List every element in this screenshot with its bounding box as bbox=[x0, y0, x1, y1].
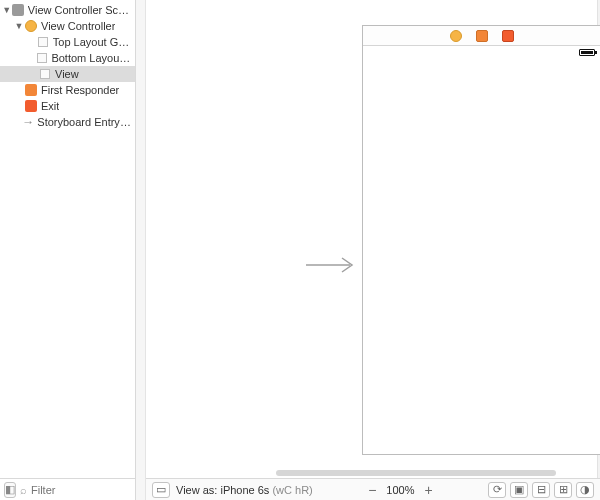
view-icon bbox=[38, 67, 52, 81]
resolve-issues-button[interactable]: ◑ bbox=[576, 482, 594, 498]
toggle-outline-button[interactable]: ▭ bbox=[152, 482, 170, 498]
view-controller-label: View Controller bbox=[41, 20, 115, 32]
filter-mode-button[interactable]: ◧ bbox=[4, 482, 16, 498]
scene-dock bbox=[363, 26, 600, 46]
zoom-out-button[interactable]: − bbox=[368, 482, 376, 498]
exit-label: Exit bbox=[41, 100, 59, 112]
battery-icon bbox=[579, 49, 595, 56]
bottom-layout-row[interactable]: Bottom Layout G… bbox=[0, 50, 135, 66]
horizontal-scrollbar[interactable] bbox=[276, 470, 556, 476]
zoom-control: − 100% + bbox=[368, 482, 433, 498]
view-as-device: iPhone 6s bbox=[220, 484, 269, 496]
disclosure-triangle-icon[interactable]: ▼ bbox=[2, 5, 12, 15]
view-row[interactable]: View bbox=[0, 66, 135, 82]
outline-tree: ▼ View Controller Scene ▼ View Controlle… bbox=[0, 0, 135, 478]
canvas-pane[interactable]: ▭ View as: iPhone 6s (wC hR) − 100% + ⟳ … bbox=[136, 0, 600, 500]
entry-point-arrow-icon bbox=[306, 255, 356, 275]
first-responder-label: First Responder bbox=[41, 84, 119, 96]
dock-view-controller-icon[interactable] bbox=[450, 30, 462, 42]
view-label: View bbox=[55, 68, 79, 80]
view-as-label: View as: bbox=[176, 484, 217, 496]
view-controller-icon bbox=[24, 19, 38, 33]
scene-row[interactable]: ▼ View Controller Scene bbox=[0, 2, 135, 18]
filter-bar: ◧ ⌕ bbox=[0, 478, 135, 500]
view-as-traits: (wC hR) bbox=[272, 484, 312, 496]
entry-point-row[interactable]: → Storyboard Entry Poi… bbox=[0, 114, 135, 130]
pin-button[interactable]: ⊞ bbox=[554, 482, 572, 498]
top-layout-label: Top Layout Guide bbox=[53, 36, 131, 48]
dock-exit-icon[interactable] bbox=[502, 30, 514, 42]
embed-in-button[interactable]: ▣ bbox=[510, 482, 528, 498]
first-responder-icon bbox=[24, 83, 38, 97]
entry-arrow-icon: → bbox=[22, 115, 34, 129]
canvas-bottom-bar: ▭ View as: iPhone 6s (wC hR) − 100% + ⟳ … bbox=[146, 478, 600, 500]
status-bar bbox=[363, 46, 600, 60]
view-controller-row[interactable]: ▼ View Controller bbox=[0, 18, 135, 34]
bottom-layout-label: Bottom Layout G… bbox=[51, 52, 131, 64]
disclosure-triangle-icon[interactable]: ▼ bbox=[14, 21, 24, 31]
document-outline: ▼ View Controller Scene ▼ View Controlle… bbox=[0, 0, 136, 500]
zoom-in-button[interactable]: + bbox=[424, 482, 432, 498]
layout-guide-icon bbox=[37, 35, 50, 49]
constraint-tools: ⟳ ▣ ⊟ ⊞ ◑ bbox=[488, 482, 594, 498]
first-responder-row[interactable]: First Responder bbox=[0, 82, 135, 98]
layout-guide-icon bbox=[37, 51, 49, 65]
align-button[interactable]: ⊟ bbox=[532, 482, 550, 498]
entry-label: Storyboard Entry Poi… bbox=[37, 116, 131, 128]
device-frame[interactable] bbox=[362, 25, 600, 455]
dock-first-responder-icon[interactable] bbox=[476, 30, 488, 42]
update-frames-button[interactable]: ⟳ bbox=[488, 482, 506, 498]
view-as-control[interactable]: View as: iPhone 6s (wC hR) bbox=[176, 484, 313, 496]
exit-icon bbox=[24, 99, 38, 113]
zoom-value: 100% bbox=[386, 484, 414, 496]
exit-row[interactable]: Exit bbox=[0, 98, 135, 114]
search-icon: ⌕ bbox=[20, 484, 27, 496]
scene-label: View Controller Scene bbox=[28, 4, 131, 16]
canvas-gutter bbox=[136, 0, 146, 500]
top-layout-row[interactable]: Top Layout Guide bbox=[0, 34, 135, 50]
app-root: ▼ View Controller Scene ▼ View Controlle… bbox=[0, 0, 600, 500]
scene-icon bbox=[12, 3, 25, 17]
